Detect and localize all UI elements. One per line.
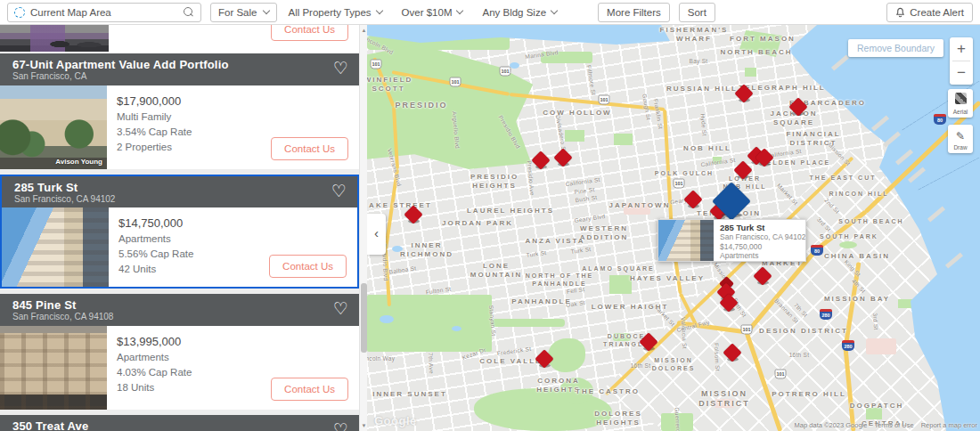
- filter-dropdown-any-bldg-size[interactable]: Any Bldg Size: [480, 7, 559, 18]
- property-pin[interactable]: [557, 151, 570, 165]
- search-icon[interactable]: [184, 7, 194, 18]
- property-pin[interactable]: [756, 270, 770, 283]
- listing-title: 67-Unit Apartment Value Add Portfolio: [12, 58, 347, 71]
- listing-results-panel[interactable]: Contact Us67-Unit Apartment Value Add Po…: [0, 25, 359, 431]
- more-filters-button[interactable]: More Filters: [598, 3, 670, 22]
- property-pin[interactable]: [538, 353, 551, 366]
- map-label-neighborhood: LAKE STREET: [367, 201, 432, 210]
- map-canvas[interactable]: FORT MASONFISHERMAN'S WHARFNORTH BEACHRU…: [367, 25, 980, 431]
- listing-card[interactable]: 285 Turk StSan Francisco, CA 94102♡$14,7…: [0, 175, 359, 289]
- property-pin[interactable]: [535, 154, 548, 167]
- map-label-neighborhood: JORDAN PARK: [442, 219, 513, 228]
- lake-area: [380, 315, 394, 323]
- map-attribution: Map data ©2023 Google Terms of Use Repor…: [795, 421, 977, 429]
- property-pin[interactable]: [642, 336, 656, 349]
- scroll-down-arrow-icon[interactable]: ▼: [360, 422, 368, 429]
- map-label-neighborhood: INNER RICHMOND: [400, 241, 453, 259]
- property-pin[interactable]: [726, 346, 739, 360]
- popup-property-photo: [658, 220, 714, 261]
- map-label-neighborhood: POLK GULCH: [655, 170, 714, 178]
- search-input[interactable]: Current Map Area: [7, 3, 201, 22]
- zoom-in-button[interactable]: +: [950, 37, 973, 61]
- report-error-link[interactable]: Report a map error: [921, 421, 977, 429]
- map-label-neighborhood: DESIGN DISTRICT: [759, 327, 848, 336]
- selected-property-pin[interactable]: [718, 188, 746, 216]
- contact-us-button[interactable]: Contact Us: [271, 378, 348, 401]
- terms-link[interactable]: Terms of Use: [874, 421, 913, 429]
- listing-card[interactable]: 67-Unit Apartment Value Add PortfolioSan…: [0, 53, 359, 169]
- listing-body: Avison Young$17,900,000Multi Family3.54%…: [0, 85, 359, 169]
- property-pin[interactable]: [407, 208, 421, 222]
- listing-header: 285 Turk StSan Francisco, CA 94102♡: [2, 176, 357, 207]
- draw-boundary-button[interactable]: ✎ Draw: [948, 125, 973, 153]
- map-data-text: Map data ©2023 Google: [795, 421, 868, 429]
- park-area: [548, 338, 585, 372]
- listing-card[interactable]: 845 Pine StSan Francisco, CA 94108♡$13,9…: [0, 294, 359, 410]
- map-label-neighborhood: SOUTH PARK: [820, 233, 878, 241]
- us-route-shield: 101: [674, 179, 685, 189]
- sort-button[interactable]: Sort: [679, 3, 715, 22]
- map-label-street: 16th St: [789, 352, 810, 358]
- aerial-label: Aerial: [948, 109, 973, 115]
- favorite-heart-icon[interactable]: ♡: [333, 59, 348, 78]
- map-label-street: Lincoln Way: [367, 355, 395, 362]
- map-label-street: Bay St: [690, 58, 708, 64]
- map-label-neighborhood: NORTH OF THE PANHANDLE: [526, 272, 594, 289]
- property-pin[interactable]: [758, 151, 772, 165]
- scroll-up-arrow-icon[interactable]: ▲: [360, 27, 368, 34]
- listing-card[interactable]: Contact Us: [0, 25, 359, 52]
- property-pin[interactable]: [737, 164, 750, 177]
- google-logo: Google: [374, 414, 417, 427]
- map-label-neighborhood: ANZA VISTA: [525, 237, 584, 246]
- map-label-street: 16th St: [631, 362, 651, 369]
- popup-price: $14,750,000: [720, 242, 799, 252]
- map-label-neighborhood: NORTH BEACH: [720, 48, 792, 57]
- filter-dropdown-over-10m[interactable]: Over $10M: [400, 7, 465, 18]
- us-route-shield: 101: [500, 67, 511, 77]
- park-area: [898, 299, 912, 308]
- listing-price: $14,750,000: [118, 216, 357, 232]
- listing-body: $13,995,000Apartments4.03% Cap Rate18 Un…: [0, 326, 359, 410]
- map-label-neighborhood: THE EAST CUT: [810, 175, 877, 183]
- lake-area: [510, 62, 519, 69]
- filter-dropdown-all-property-types[interactable]: All Property Types: [286, 7, 383, 18]
- favorite-heart-icon[interactable]: ♡: [333, 420, 348, 431]
- listing-location: San Francisco, CA 94108: [12, 312, 347, 322]
- property-pin[interactable]: [687, 193, 700, 207]
- contact-us-button[interactable]: Contact Us: [271, 137, 348, 160]
- contact-us-button[interactable]: Contact Us: [269, 255, 347, 278]
- property-pin[interactable]: [792, 101, 805, 114]
- map-label-neighborhood: LONE MOUNTAIN: [470, 262, 523, 280]
- sidebar-scrollbar[interactable]: ▲ ▼: [359, 25, 367, 431]
- map-label-neighborhood: DOLORES HEIGHTS: [594, 410, 642, 427]
- property-pin[interactable]: [723, 297, 736, 310]
- sort-label: Sort: [688, 7, 706, 18]
- listing-price: $17,900,000: [117, 94, 359, 110]
- listing-card[interactable]: 350 Treat Ave♡: [0, 415, 359, 431]
- favorite-heart-icon[interactable]: ♡: [333, 299, 348, 319]
- map-property-popup[interactable]: 285 Turk St San Francisco, CA 94102 $14,…: [657, 219, 806, 262]
- for-sale-dropdown[interactable]: For Sale: [210, 3, 277, 22]
- map-label-neighborhood: PRESIDIO: [395, 101, 447, 110]
- map-label-neighborhood: LOWER HAIGHT: [592, 303, 669, 312]
- collapse-sidebar-button[interactable]: ‹: [367, 214, 386, 255]
- map-label-neighborhood: INNER SUNSET: [372, 390, 447, 399]
- map-label-neighborhood: WESTERN ADDITION: [580, 224, 629, 242]
- listing-title: 285 Turk St: [14, 181, 345, 194]
- zoom-out-button[interactable]: −: [950, 61, 973, 85]
- map-label-neighborhood: JAPANTOWN: [609, 201, 671, 210]
- scrollbar-thumb[interactable]: [361, 283, 367, 353]
- map-label-neighborhood: FISHERMAN'S WHARF: [660, 26, 729, 44]
- property-photo: [0, 326, 107, 410]
- favorite-heart-icon[interactable]: ♡: [331, 182, 347, 201]
- contact-us-button[interactable]: Contact Us: [271, 25, 348, 41]
- property-photo: [0, 25, 109, 52]
- aerial-view-button[interactable]: Aerial: [948, 89, 973, 118]
- remove-boundary-button[interactable]: Remove Boundary: [848, 39, 943, 57]
- park-area: [367, 295, 492, 352]
- create-alert-button[interactable]: Create Alert: [886, 3, 973, 22]
- bell-icon: [895, 7, 905, 18]
- property-pin[interactable]: [738, 87, 751, 101]
- search-value: Current Map Area: [30, 7, 178, 18]
- map-label-neighborhood: NOB HILL: [683, 144, 731, 153]
